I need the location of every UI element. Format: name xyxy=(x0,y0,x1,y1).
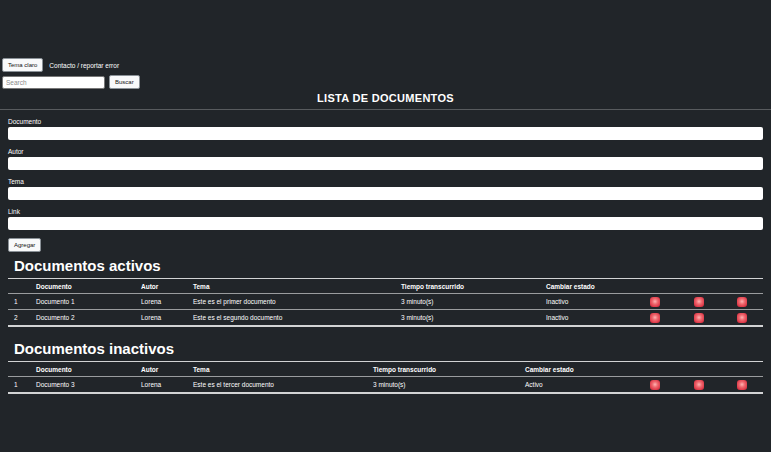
table-header-row: Documento Autor Tema Tiempo transcurrido… xyxy=(8,362,763,377)
table-header-row: Documento Autor Tema Tiempo transcurrido… xyxy=(8,279,763,294)
documento-label: Documento xyxy=(8,118,763,125)
cell-tema: Este es el tercer documento xyxy=(187,377,367,394)
col-autor: Autor xyxy=(135,362,187,377)
table-row: 1Documento 3LorenaEste es el tercer docu… xyxy=(8,377,763,394)
search-input[interactable] xyxy=(2,76,105,89)
active-documents-heading: Documentos activos xyxy=(14,257,771,274)
cell-action xyxy=(720,377,763,394)
divider xyxy=(0,109,771,110)
cell-documento: Documento 2 xyxy=(30,310,135,327)
search-button[interactable]: Buscar xyxy=(109,75,140,89)
row-action-button[interactable] xyxy=(650,297,660,307)
cell-tiempo: 3 minuto(s) xyxy=(367,377,519,394)
cell-autor: Lorena xyxy=(135,310,187,327)
table-row: 2Documento 2LorenaEste es el segundo doc… xyxy=(8,310,763,327)
contact-link[interactable]: Contacto / reportar error xyxy=(49,62,119,69)
col-actions xyxy=(720,362,763,377)
cell-action xyxy=(677,377,720,394)
row-action-button[interactable] xyxy=(650,380,660,390)
cell-action xyxy=(633,377,677,394)
row-action-button[interactable] xyxy=(650,313,660,323)
col-tema: Tema xyxy=(187,279,395,294)
page-title: LISTA DE DOCUMENTOS xyxy=(0,92,771,104)
autor-input[interactable] xyxy=(8,157,763,170)
document-form: Documento Autor Tema Link xyxy=(8,118,763,230)
inactive-documents-table: Documento Autor Tema Tiempo transcurrido… xyxy=(8,361,763,394)
cell-documento: Documento 1 xyxy=(30,294,135,310)
col-actions xyxy=(677,362,720,377)
row-action-button[interactable] xyxy=(694,297,704,307)
cell-autor: Lorena xyxy=(135,377,187,394)
cell-action xyxy=(720,294,763,310)
cell-action xyxy=(677,294,720,310)
col-index xyxy=(8,279,30,294)
cell-tema: Este es el segundo documento xyxy=(187,310,395,327)
col-tiempo: Tiempo transcurrido xyxy=(367,362,519,377)
autor-label: Autor xyxy=(8,148,763,155)
cell-tema: Este es el primer documento xyxy=(187,294,395,310)
theme-toggle-button[interactable]: Tema claro xyxy=(2,58,43,72)
cell-estado: Inactivo xyxy=(540,294,633,310)
col-documento: Documento xyxy=(30,362,135,377)
cell-action xyxy=(720,310,763,327)
estado-toggle[interactable]: Inactivo xyxy=(546,314,568,321)
row-action-button[interactable] xyxy=(737,313,747,323)
link-label: Link xyxy=(8,208,763,215)
cell-documento: Documento 3 xyxy=(30,377,135,394)
link-input[interactable] xyxy=(8,217,763,230)
col-estado: Cambiar estado xyxy=(519,362,633,377)
row-number: 1 xyxy=(8,377,30,394)
cell-action xyxy=(633,310,677,327)
topbar: Tema claro Contacto / reportar error xyxy=(2,58,771,72)
col-estado: Cambiar estado xyxy=(540,279,633,294)
search-bar: Buscar xyxy=(2,75,771,89)
cell-estado: Activo xyxy=(519,377,633,394)
row-action-button[interactable] xyxy=(737,297,747,307)
col-autor: Autor xyxy=(135,279,187,294)
col-actions xyxy=(720,279,763,294)
table-row: 1Documento 1LorenaEste es el primer docu… xyxy=(8,294,763,310)
col-tema: Tema xyxy=(187,362,367,377)
col-actions xyxy=(633,362,677,377)
estado-toggle[interactable]: Activo xyxy=(525,381,543,388)
documento-input[interactable] xyxy=(8,127,763,140)
cell-action xyxy=(633,294,677,310)
col-actions xyxy=(677,279,720,294)
col-index xyxy=(8,362,30,377)
tema-label: Tema xyxy=(8,178,763,185)
cell-autor: Lorena xyxy=(135,294,187,310)
cell-tiempo: 3 minuto(s) xyxy=(395,294,540,310)
inactive-documents-heading: Documentos inactivos xyxy=(14,340,771,357)
row-action-button[interactable] xyxy=(737,380,747,390)
row-number: 1 xyxy=(8,294,30,310)
cell-estado: Inactivo xyxy=(540,310,633,327)
col-documento: Documento xyxy=(30,279,135,294)
cell-tiempo: 3 minuto(s) xyxy=(395,310,540,327)
row-action-button[interactable] xyxy=(694,313,704,323)
row-action-button[interactable] xyxy=(694,380,704,390)
cell-action xyxy=(677,310,720,327)
active-documents-table: Documento Autor Tema Tiempo transcurrido… xyxy=(8,278,763,327)
row-number: 2 xyxy=(8,310,30,327)
estado-toggle[interactable]: Inactivo xyxy=(546,298,568,305)
col-tiempo: Tiempo transcurrido xyxy=(395,279,540,294)
tema-input[interactable] xyxy=(8,187,763,200)
col-actions xyxy=(633,279,677,294)
agregar-button[interactable]: Agregar xyxy=(8,238,41,252)
